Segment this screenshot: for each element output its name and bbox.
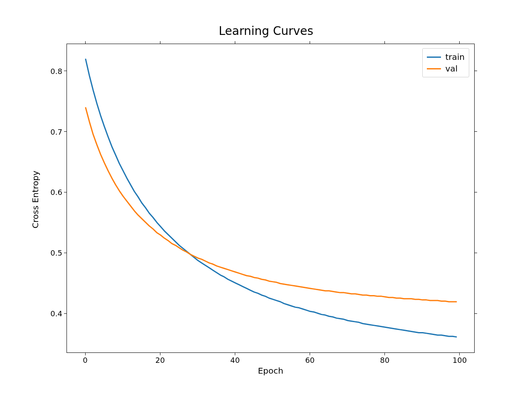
x-tick-label: 100	[453, 356, 467, 365]
x-tick-label: 60	[305, 356, 315, 365]
legend-label-val: val	[445, 64, 458, 74]
y-tick-label: 0.5	[50, 249, 62, 257]
x-tick-mark	[235, 41, 235, 44]
series-line-val	[86, 108, 456, 302]
legend: train val	[422, 48, 469, 77]
y-tick-label: 0.4	[50, 309, 62, 318]
legend-label-train: train	[445, 52, 465, 62]
plot-area: train val	[66, 44, 475, 353]
chart-title: Learning Curves	[0, 24, 532, 38]
series-line-train	[86, 59, 456, 337]
x-tick-mark	[459, 353, 460, 355]
y-tick-mark	[64, 313, 66, 314]
x-tick-mark	[160, 353, 160, 355]
x-tick-mark	[160, 41, 160, 44]
legend-entry-val: val	[427, 63, 465, 74]
y-tick-mark	[475, 71, 477, 71]
y-axis-label: Cross Entropy	[30, 171, 40, 229]
x-tick-label: 40	[230, 356, 240, 365]
x-tick-mark	[459, 41, 460, 44]
y-tick-label: 0.8	[50, 66, 62, 75]
x-tick-mark	[85, 41, 86, 44]
y-tick-label: 0.6	[50, 188, 62, 197]
y-tick-mark	[64, 71, 66, 71]
x-tick-mark	[235, 353, 235, 355]
y-tick-mark	[475, 313, 477, 314]
x-tick-mark	[310, 353, 310, 355]
y-tick-mark	[64, 131, 66, 132]
y-tick-label: 0.7	[50, 127, 62, 136]
x-tick-mark	[384, 41, 385, 44]
x-tick-label: 80	[380, 356, 389, 365]
x-tick-mark	[85, 353, 86, 355]
x-tick-mark	[310, 41, 310, 44]
y-tick-mark	[475, 253, 477, 253]
x-axis-label: Epoch	[66, 366, 475, 376]
y-tick-mark	[475, 192, 477, 192]
y-tick-mark	[64, 192, 66, 192]
legend-swatch-val	[427, 68, 441, 69]
y-tick-mark	[64, 253, 66, 253]
y-tick-mark	[475, 131, 477, 132]
x-tick-label: 20	[155, 356, 165, 365]
legend-swatch-train	[427, 57, 441, 58]
figure: Learning Curves Cross Entropy Epoch trai…	[0, 0, 532, 399]
plot-svg	[67, 44, 474, 352]
legend-entry-train: train	[427, 51, 465, 63]
x-tick-mark	[384, 353, 385, 355]
x-tick-label: 0	[83, 356, 87, 365]
y-axis-label-container: Cross Entropy	[29, 0, 42, 399]
